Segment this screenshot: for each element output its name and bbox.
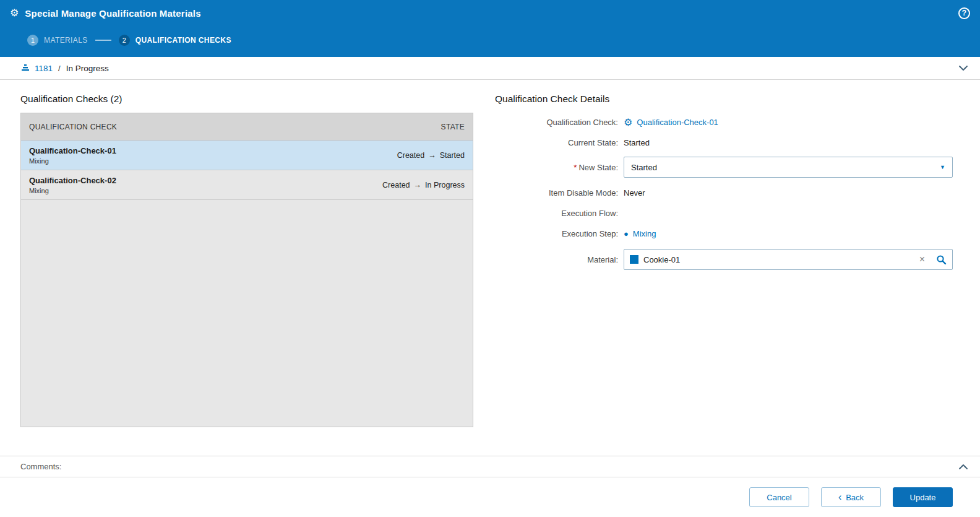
field-label: Current State: [495,138,624,147]
field-new-state: * New State: Started ▼ [495,157,953,178]
app-header: ⚙ Special Manage Qualification Materials… [0,0,980,57]
qualification-check-details-panel: Qualification Check Details Qualificatio… [495,93,953,456]
arrow-right-icon: → [414,181,422,189]
new-state-select[interactable]: Started ▼ [624,157,953,178]
required-indicator: * [574,163,577,172]
qualification-checks-panel: Qualification Checks (2) QUALIFICATION C… [20,93,473,456]
help-icon[interactable]: ? [958,7,970,19]
item-disable-mode-value: Never [624,188,953,198]
state-to: In Progress [425,181,465,189]
lot-icon [20,63,30,73]
field-label: Item Disable Mode: [495,188,624,198]
step-connector [95,40,111,41]
step-number: 2 [119,35,130,46]
field-label: * New State: [495,163,624,172]
state-from: Created [397,151,424,160]
material-icon [630,255,638,264]
row-state-cell: Created → In Progress [382,181,465,189]
field-current-state: Current State: Started [495,136,953,149]
context-status: In Progress [66,64,109,73]
field-label: Execution Step: [495,229,624,238]
step-label: QUALIFICATION CHECKS [135,36,231,45]
page-title: Special Manage Qualification Materials [25,8,200,19]
field-label: Material: [495,255,624,264]
details-form: Qualification Check: ⚙ Qualification-Che… [495,116,953,279]
details-title: Qualification Check Details [495,93,953,105]
field-label-text: New State: [578,163,618,172]
step-number: 1 [27,35,38,46]
cancel-button[interactable]: Cancel [749,487,809,507]
field-qualification-check: Qualification Check: ⚙ Qualification-Che… [495,116,953,129]
context-bar: 1181 / In Progress [0,57,980,80]
check-name: Qualification-Check-02 [29,176,116,185]
check-step: Mixing [29,157,116,165]
clear-icon[interactable]: × [917,254,927,265]
step-qualification-checks[interactable]: 2 QUALIFICATION CHECKS [119,35,231,46]
chevron-down-icon: ▼ [940,164,945,170]
update-button[interactable]: Update [893,487,953,507]
comments-section[interactable]: Comments: [0,456,980,477]
wizard-stepper: 1 MATERIALS 2 QUALIFICATION CHECKS [0,26,980,54]
step-materials[interactable]: 1 MATERIALS [27,35,88,46]
footer-actions: Cancel ‹ Back Update [0,477,980,517]
chevron-left-icon: ‹ [838,492,841,502]
new-state-selected-value: Started [631,163,657,172]
qualification-check-link[interactable]: Qualification-Check-01 [637,118,718,127]
context-separator: / [58,64,61,73]
qualification-checks-table: QUALIFICATION CHECK STATE Qualification-… [20,113,473,427]
table-header-row: QUALIFICATION CHECK STATE [21,113,473,141]
step-label: MATERIALS [44,36,88,45]
state-from: Created [382,181,410,189]
execution-step-link[interactable]: Mixing [633,229,656,238]
field-label: Qualification Check: [495,118,624,127]
title-row: ⚙ Special Manage Qualification Materials… [0,0,980,26]
current-state-value: Started [624,138,953,147]
row-check-cell: Qualification-Check-01 Mixing [29,146,116,165]
field-execution-flow: Execution Flow: [495,207,953,220]
lot-number-link[interactable]: 1181 [35,64,53,73]
qualification-checks-title: Qualification Checks (2) [20,93,473,105]
main-content: Qualification Checks (2) QUALIFICATION C… [0,80,980,456]
field-label: Execution Flow: [495,209,624,218]
column-header-state: STATE [441,123,465,131]
row-state-cell: Created → Started [397,151,465,160]
comments-label: Comments: [20,462,61,471]
field-material: Material: Cookie-01 × [495,249,953,270]
table-row[interactable]: Qualification-Check-02 Mixing Created → … [21,170,473,200]
arrow-right-icon: → [428,151,436,160]
check-step: Mixing [29,187,116,194]
row-check-cell: Qualification-Check-02 Mixing [29,176,116,194]
state-to: Started [440,151,465,160]
material-value: Cookie-01 [643,255,912,264]
qualification-check-icon: ⚙ [624,118,632,128]
cancel-button-label: Cancel [767,493,791,502]
column-header-check: QUALIFICATION CHECK [29,123,117,131]
search-icon[interactable] [932,254,947,265]
field-item-disable-mode: Item Disable Mode: Never [495,186,953,199]
table-row[interactable]: Qualification-Check-01 Mixing Created → … [21,141,473,170]
chevron-down-icon[interactable] [958,64,969,72]
check-name: Qualification-Check-01 [29,146,116,155]
field-execution-step: Execution Step: ● Mixing [495,227,953,240]
execution-step-icon: ● [624,230,629,238]
back-button[interactable]: ‹ Back [821,487,881,507]
back-button-label: Back [846,493,864,502]
material-picker[interactable]: Cookie-01 × [624,249,953,270]
chevron-up-icon[interactable] [958,463,969,471]
update-button-label: Update [910,493,936,502]
gear-icon: ⚙ [10,8,19,18]
